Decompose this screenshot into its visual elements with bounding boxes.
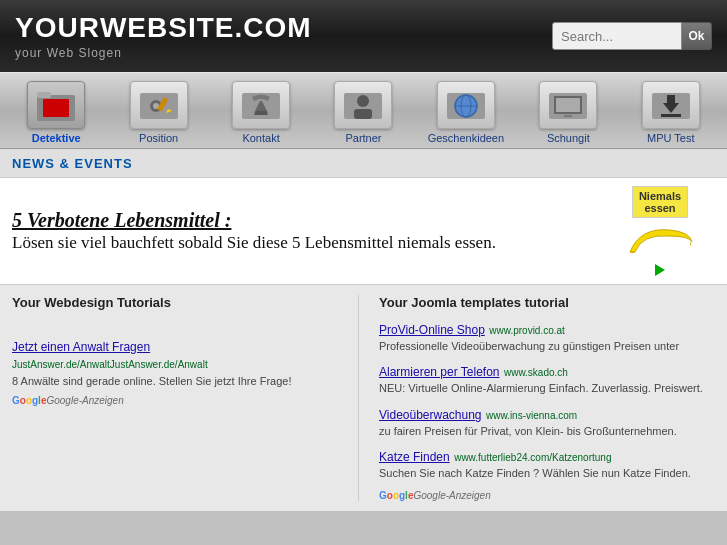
screen-icon — [547, 87, 589, 123]
right-ad-0-link[interactable]: ProVid-Online Shop — [379, 323, 485, 337]
globe-icon — [445, 87, 487, 123]
nav-label-partner: Partner — [345, 132, 381, 144]
news-section-title: NEWS & EVENTS — [12, 156, 133, 171]
two-columns: Your Webdesign Tutorials Jetzt einen Anw… — [0, 285, 727, 511]
sidebar-item-partner[interactable]: Partner — [318, 81, 408, 144]
right-column: Your Joomla templates tutorial ProVid-On… — [369, 295, 715, 501]
svg-rect-19 — [564, 115, 572, 117]
nav-label-mpu-test: MPU Test — [647, 132, 694, 144]
google-label-left: GoogleGoogle-Anzeigen — [12, 395, 348, 406]
logo-normal: WEBSITE.COM — [100, 12, 312, 43]
left-ad-main-link[interactable]: Jetzt einen Anwalt Fragen — [12, 340, 348, 354]
right-ad-3-body: Suchen Sie nach Katze Finden ? Wählen Si… — [379, 466, 715, 481]
logo-area: YOURWEBSITE.COM your Web Slogen — [15, 12, 312, 60]
nav-label-schungit: Schungit — [547, 132, 590, 144]
news-banner[interactable]: 5 Verbotene Lebensmittel : Lösen sie vie… — [0, 178, 727, 285]
person-icon — [342, 87, 384, 123]
nav-bar: Detektive Position Kontakt — [0, 72, 727, 149]
svg-rect-18 — [556, 98, 580, 112]
svg-rect-1 — [37, 92, 51, 98]
wrench-icon — [240, 87, 282, 123]
folder-red-icon — [35, 87, 77, 123]
left-ad-body: 8 Anwälte sind gerade online. Stellen Si… — [12, 374, 348, 389]
logo-bold: YOUR — [15, 12, 100, 43]
left-column: Your Webdesign Tutorials Jetzt einen Anw… — [12, 295, 359, 501]
sidebar-item-schungit[interactable]: Schungit — [523, 81, 613, 144]
sidebar-item-mpu-test[interactable]: MPU Test — [626, 81, 716, 144]
svg-rect-23 — [661, 114, 681, 117]
left-ad-entry: Jetzt einen Anwalt Fragen JustAnswer.de/… — [12, 340, 348, 389]
right-ad-1-body: NEU: Virtuelle Online-Alarmierung Einfac… — [379, 381, 715, 396]
right-ad-0-body: Professionelle Videoüberwachung zu günst… — [379, 339, 715, 354]
mpu-test-icon-wrap — [642, 81, 700, 129]
geschenkideen-icon-wrap — [437, 81, 495, 129]
header: YOURWEBSITE.COM your Web Slogen Ok — [0, 0, 727, 72]
sidebar-item-position[interactable]: Position — [114, 81, 204, 144]
news-headline: 5 Verbotene Lebensmittel : — [12, 208, 595, 232]
svg-point-10 — [357, 95, 369, 107]
right-col-title: Your Joomla templates tutorial — [379, 295, 715, 310]
right-ad-3-url: www.futterlieb24.com/Katzenortung — [454, 452, 611, 463]
download-icon — [650, 87, 692, 123]
svg-rect-11 — [354, 109, 372, 119]
right-ad-2-body: zu fairen Preisen für Privat, von Klein-… — [379, 424, 715, 439]
right-ad-0: ProVid-Online Shop www.provid.co.at Prof… — [379, 320, 715, 354]
sidebar-item-detektive[interactable]: Detektive — [11, 81, 101, 144]
nav-label-position: Position — [139, 132, 178, 144]
search-input[interactable] — [552, 22, 682, 50]
right-ad-0-url: www.provid.co.at — [489, 325, 565, 336]
google-label-right: GoogleGoogle-Anzeigen — [379, 490, 715, 501]
news-subtext: Lösen sie viel bauchfett sobald Sie dies… — [12, 232, 595, 254]
news-header: NEWS & EVENTS — [0, 149, 727, 178]
search-area: Ok — [552, 22, 712, 50]
right-ad-1-link[interactable]: Alarmieren per Telefon — [379, 365, 500, 379]
news-niemals-label: Niemalsessen — [632, 186, 688, 218]
right-ad-3-link[interactable]: Katze Finden — [379, 450, 450, 464]
right-ad-3: Katze Finden www.futterlieb24.com/Katzen… — [379, 447, 715, 481]
right-ad-2: Videoüberwachung www.ins-vienna.com zu f… — [379, 405, 715, 439]
right-ad-1-url: www.skado.ch — [504, 367, 568, 378]
nav-label-detektive: Detektive — [32, 132, 81, 144]
left-ad-sub-link: JustAnswer.de/Anwalt — [12, 359, 110, 370]
left-col-title: Your Webdesign Tutorials — [12, 295, 348, 310]
sidebar-item-kontakt[interactable]: Kontakt — [216, 81, 306, 144]
position-icon-wrap — [130, 81, 188, 129]
banana-image — [620, 222, 700, 262]
schungit-icon-wrap — [539, 81, 597, 129]
news-text-area: 5 Verbotene Lebensmittel : Lösen sie vie… — [12, 208, 595, 254]
news-image-area: Niemalsessen — [605, 186, 715, 276]
left-ad-block: Jetzt einen Anwalt Fragen JustAnswer.de/… — [12, 340, 348, 389]
gear-pencil-icon — [138, 87, 180, 123]
right-ad-2-url: www.ins-vienna.com — [486, 410, 577, 421]
svg-rect-22 — [667, 95, 675, 105]
right-ad-1: Alarmieren per Telefon www.skado.ch NEU:… — [379, 362, 715, 396]
kontakt-icon-wrap — [232, 81, 290, 129]
search-button[interactable]: Ok — [682, 22, 712, 50]
svg-rect-2 — [43, 99, 69, 117]
nav-label-geschenkideen: Geschenkideen — [428, 132, 504, 144]
partner-icon-wrap — [334, 81, 392, 129]
logo-slogan: your Web Slogen — [15, 46, 312, 60]
left-ad-url: JustAnswer.de/Anwalt — [110, 359, 208, 370]
right-ad-2-link[interactable]: Videoüberwachung — [379, 408, 482, 422]
google-anzeigen-right: Google-Anzeigen — [413, 490, 490, 501]
sidebar-item-geschenkideen[interactable]: Geschenkideen — [421, 81, 511, 144]
nav-label-kontakt: Kontakt — [242, 132, 279, 144]
logo-title: YOURWEBSITE.COM — [15, 12, 312, 44]
main-content: NEWS & EVENTS 5 Verbotene Lebensmittel :… — [0, 149, 727, 511]
detektive-icon-wrap — [27, 81, 85, 129]
google-anzeigen-left: Google-Anzeigen — [46, 395, 123, 406]
